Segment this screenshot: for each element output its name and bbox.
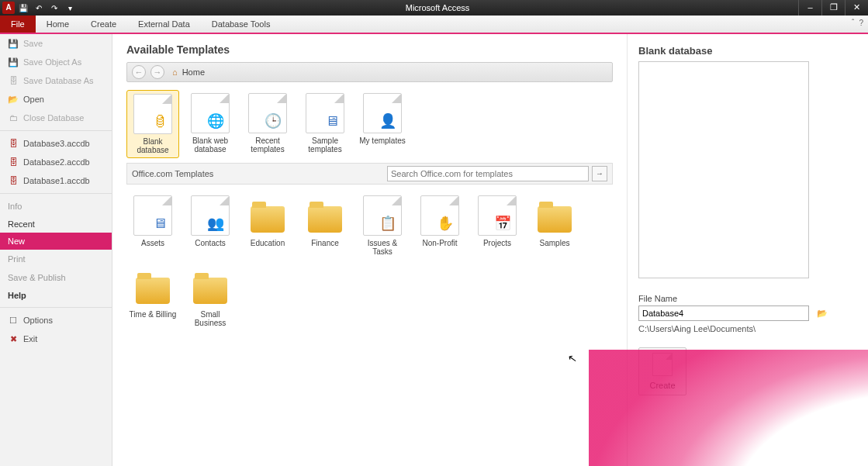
template-overlay-icon: 📅 xyxy=(494,215,511,232)
folder-icon xyxy=(133,267,172,307)
decorative-swoosh xyxy=(589,350,868,466)
template-overlay-icon: 🖥 xyxy=(153,216,167,232)
backstage-rail: 💾Save 💾Save Object As 🗄Save Database As … xyxy=(0,34,112,466)
page-icon: 🌐 xyxy=(191,93,230,133)
restore-button[interactable]: ❐ xyxy=(821,0,845,16)
rail-options[interactable]: ☐Options xyxy=(0,311,112,330)
title-bar: A 💾 ↶ ↷ ▾ Microsoft Access – ❐ ✕ xyxy=(0,0,868,16)
template-tile[interactable]: 👥Contacts xyxy=(184,192,237,259)
template-tile[interactable]: Samples xyxy=(528,192,581,259)
rail-open[interactable]: 📂Open xyxy=(0,90,112,109)
page-icon: 🖥 xyxy=(133,195,172,236)
template-tile-label: Recent templates xyxy=(243,136,292,154)
rail-save[interactable]: 💾Save xyxy=(0,34,112,53)
tab-database-tools[interactable]: Database Tools xyxy=(201,16,282,33)
rail-recent-file[interactable]: 🗄Database1.accdb xyxy=(0,171,112,190)
rail-help[interactable]: Help xyxy=(0,287,112,304)
rail-recent[interactable]: Recent xyxy=(0,216,112,233)
nav-forward-button[interactable]: → xyxy=(150,65,164,79)
blank-database-pane: Blank database File Name 📂 C:\Users\Aing… xyxy=(628,34,868,466)
template-tile[interactable]: Finance xyxy=(299,192,351,259)
minimize-button[interactable]: – xyxy=(798,0,821,16)
template-tile-label: Blank database xyxy=(129,137,177,154)
qat-redo-icon[interactable]: ↷ xyxy=(47,2,61,14)
exit-icon: ✖ xyxy=(8,333,19,344)
page-icon: 📋 xyxy=(363,195,402,236)
template-tile[interactable]: 🌐Blank web database xyxy=(184,90,237,158)
rail-exit[interactable]: ✖Exit xyxy=(0,330,112,348)
rail-save-object-as[interactable]: 💾Save Object As xyxy=(0,53,112,71)
template-overlay-icon: 📋 xyxy=(379,215,396,232)
window-title: Microsoft Access xyxy=(77,3,798,12)
help-icon[interactable]: ? xyxy=(859,19,863,27)
page-icon: 👤 xyxy=(363,93,402,133)
template-tile[interactable]: 👤My templates xyxy=(356,90,409,158)
search-go-button[interactable]: → xyxy=(592,166,607,181)
rail-recent-file[interactable]: 🗄Database2.accdb xyxy=(0,153,112,171)
template-tile-label: Contacts xyxy=(185,239,235,247)
rail-recent-file[interactable]: 🗄Database3.accdb xyxy=(0,134,112,153)
template-overlay-icon: 🌐 xyxy=(207,112,224,129)
ribbon-collapse-icon[interactable]: ˆ xyxy=(852,19,854,27)
new-document-icon xyxy=(652,353,673,376)
rail-save-publish[interactable]: Save & Publish xyxy=(0,268,112,287)
rail-info[interactable]: Info xyxy=(0,197,112,216)
browse-folder-button[interactable]: 📂 xyxy=(814,305,831,321)
office-templates-label: Office.com Templates xyxy=(132,169,213,178)
tab-file[interactable]: File xyxy=(0,16,36,33)
template-tile[interactable]: Education xyxy=(241,192,294,259)
close-button[interactable]: ✕ xyxy=(845,0,868,16)
template-tile-label: Time & Billing xyxy=(128,310,178,319)
rail-print[interactable]: Print xyxy=(0,250,112,268)
template-tile-label: Samples xyxy=(530,239,579,247)
office-templates-row: 🖥Assets👥ContactsEducationFinance📋Issues … xyxy=(126,192,613,330)
template-tile[interactable]: ✋Non-Profit xyxy=(413,192,466,259)
qat-undo-icon[interactable]: ↶ xyxy=(32,2,46,14)
template-tile[interactable]: 🖥Assets xyxy=(126,192,179,259)
template-overlay-icon: ✋ xyxy=(437,215,454,232)
qat-save-icon[interactable]: 💾 xyxy=(16,2,30,14)
template-tile[interactable]: 🕒Recent templates xyxy=(241,90,294,158)
browse-folder-icon: 📂 xyxy=(817,309,828,319)
template-tile-label: Non-Profit xyxy=(415,239,465,247)
create-button[interactable]: Create xyxy=(638,347,686,395)
rail-close-database[interactable]: 🗀Close Database xyxy=(0,109,112,127)
blank-database-heading: Blank database xyxy=(638,45,852,57)
home-icon[interactable]: ⌂ xyxy=(172,67,178,77)
office-templates-header: Office.com Templates → xyxy=(126,163,613,185)
close-db-icon: 🗀 xyxy=(8,112,19,123)
tab-create[interactable]: Create xyxy=(80,16,127,33)
tab-external-data[interactable]: External Data xyxy=(127,16,201,33)
app-icon: A xyxy=(2,2,15,14)
folder-icon xyxy=(248,195,287,236)
template-tile[interactable]: 📋Issues & Tasks xyxy=(356,192,409,259)
template-tile-label: Projects xyxy=(472,239,522,247)
accdb-icon: 🗄 xyxy=(8,157,19,167)
template-tile-label: Blank web database xyxy=(185,136,235,154)
options-icon: ☐ xyxy=(8,315,19,326)
template-tile[interactable]: 🛢Blank database xyxy=(126,90,179,158)
nav-back-button[interactable]: ← xyxy=(132,65,146,79)
page-icon: 🕒 xyxy=(248,93,287,133)
filename-input[interactable] xyxy=(638,305,809,321)
template-overlay-icon: 🛢 xyxy=(153,114,167,130)
mouse-cursor-icon: ↖ xyxy=(567,351,579,365)
folder-icon xyxy=(306,195,344,236)
rail-new[interactable]: New xyxy=(0,233,112,250)
template-preview xyxy=(638,61,809,278)
tab-home[interactable]: Home xyxy=(36,16,80,33)
search-templates-input[interactable] xyxy=(387,166,589,181)
breadcrumb-home[interactable]: Home xyxy=(182,67,205,77)
qat-customize-icon[interactable]: ▾ xyxy=(63,2,77,14)
template-tile-label: Assets xyxy=(128,239,178,247)
rail-save-database-as[interactable]: 🗄Save Database As xyxy=(0,71,112,90)
page-icon: 👥 xyxy=(191,195,230,236)
folder-icon xyxy=(535,195,574,236)
template-tile-label: Issues & Tasks xyxy=(358,239,407,256)
ribbon-tabs: File Home Create External Data Database … xyxy=(0,16,868,34)
template-tile-label: Small Business xyxy=(185,310,235,327)
template-tile[interactable]: 🖥Sample templates xyxy=(299,90,351,158)
template-tile[interactable]: 📅Projects xyxy=(471,192,524,259)
template-tile[interactable]: Time & Billing xyxy=(126,264,179,330)
template-tile[interactable]: Small Business xyxy=(184,264,237,330)
